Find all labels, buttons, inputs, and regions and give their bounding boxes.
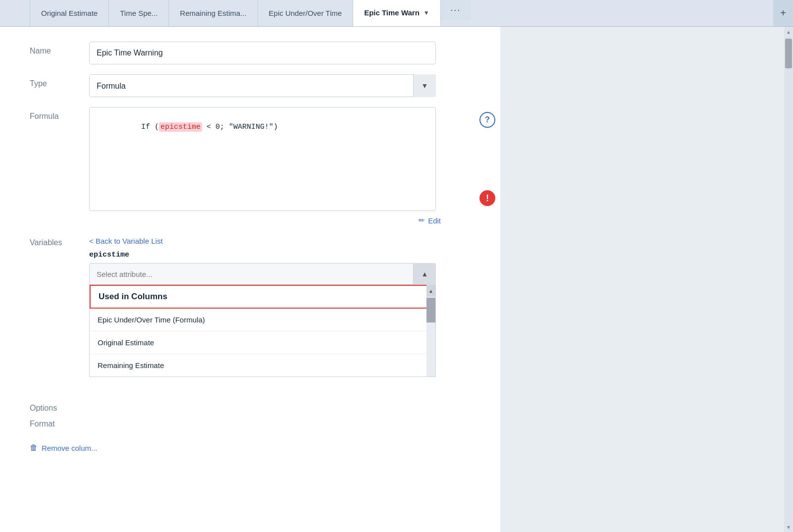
remove-column-row[interactable]: 🗑 Remove colum...: [30, 443, 476, 452]
options-label: Options: [30, 404, 89, 413]
dropdown-scroll-up[interactable]: ▲: [426, 285, 435, 297]
type-row: Type Formula ▼: [30, 74, 476, 97]
formula-open-paren: (: [150, 123, 159, 131]
edit-row: ✏ Edit: [30, 216, 441, 225]
dropdown-item-original-estimate[interactable]: Original Estimate: [90, 331, 435, 354]
form-panel: Name Type Formula ▼ Formula: [0, 27, 500, 532]
remove-column-label: Remove colum...: [42, 444, 98, 452]
formula-if-keyword: If: [141, 123, 150, 131]
add-tab-button[interactable]: +: [773, 0, 793, 26]
right-scroll-thumb: [785, 39, 792, 68]
variables-content: < Back to Variable List epicstime ▲ ▲: [89, 237, 476, 285]
format-row: Format: [30, 420, 476, 428]
name-row: Name: [30, 42, 476, 64]
type-select[interactable]: Formula: [89, 74, 436, 97]
right-scroll-down-arrow[interactable]: ▼: [784, 522, 793, 532]
select-attribute-arrow-icon[interactable]: ▲: [413, 263, 436, 285]
dropdown-used-in-columns-header: Used in Columns: [90, 285, 435, 309]
tab-remaining-estimate[interactable]: Remaining Estima...: [169, 0, 258, 26]
tab-epic-time-warn[interactable]: Epic Time Warn ▼: [353, 0, 441, 26]
formula-label: Formula: [30, 107, 89, 121]
formula-variable: epicstime: [159, 122, 202, 132]
name-input[interactable]: [89, 42, 436, 64]
tab-time-spent[interactable]: Time Spe...: [109, 0, 169, 26]
type-label: Type: [30, 74, 89, 88]
dropdown-item-remaining-estimate[interactable]: Remaining Estimate: [90, 354, 435, 376]
dropdown-item-epic-under-over[interactable]: Epic Under/Over Time (Formula): [90, 309, 435, 331]
type-select-wrapper: Formula ▼: [89, 74, 436, 97]
back-to-variable-list-link[interactable]: < Back to Variable List: [89, 237, 163, 245]
select-attribute-wrapper: ▲ ▲ Used in Columns Epic Under/Over Time: [89, 263, 436, 285]
variables-row: Variables < Back to Variable List epicst…: [30, 237, 476, 285]
variables-label: Variables: [30, 237, 89, 247]
format-label: Format: [30, 420, 89, 428]
variable-name: epicstime: [89, 251, 476, 259]
more-menu[interactable]: ···: [441, 0, 471, 20]
formula-display[interactable]: If (epicstime < 0; "WARNING!"): [89, 107, 436, 211]
dropdown-scrollbar: ▲: [426, 285, 435, 376]
dropdown-scroll-thumb: [426, 298, 435, 322]
trash-icon: 🗑: [30, 443, 38, 452]
type-field-wrapper: Formula ▼: [89, 74, 476, 97]
right-background-panel: [500, 27, 784, 532]
edit-label: Edit: [428, 216, 441, 225]
tab-original-estimate[interactable]: Original Estimate: [30, 0, 109, 26]
right-scroll-up-arrow[interactable]: ▲: [784, 27, 793, 37]
name-field-wrapper: [89, 42, 476, 64]
formula-content: If (epicstime < 0; "WARNING!") ? !: [89, 107, 476, 211]
edit-pencil-icon: ✏: [419, 216, 425, 225]
edit-button[interactable]: ✏ Edit: [419, 216, 441, 225]
right-scrollbar: ▲ ▼: [784, 27, 793, 532]
name-label: Name: [30, 42, 89, 55]
select-attribute-input[interactable]: [89, 263, 436, 285]
formula-error-icon[interactable]: !: [479, 190, 495, 206]
formula-help-icon[interactable]: ?: [479, 112, 495, 128]
formula-row: Formula If (epicstime < 0; "WARNING!") ?…: [30, 107, 476, 211]
tab-epic-under-over[interactable]: Epic Under/Over Time: [258, 0, 354, 26]
options-row: Options: [30, 404, 476, 413]
attribute-dropdown: ▲ Used in Columns Epic Under/Over Time (…: [89, 285, 436, 377]
formula-condition: < 0; "WARNING!"): [202, 123, 278, 131]
tab-dropdown-arrow: ▼: [423, 9, 429, 16]
tab-bar: Original Estimate Time Spe... Remaining …: [0, 0, 793, 27]
main-area: Name Type Formula ▼ Formula: [0, 27, 793, 532]
